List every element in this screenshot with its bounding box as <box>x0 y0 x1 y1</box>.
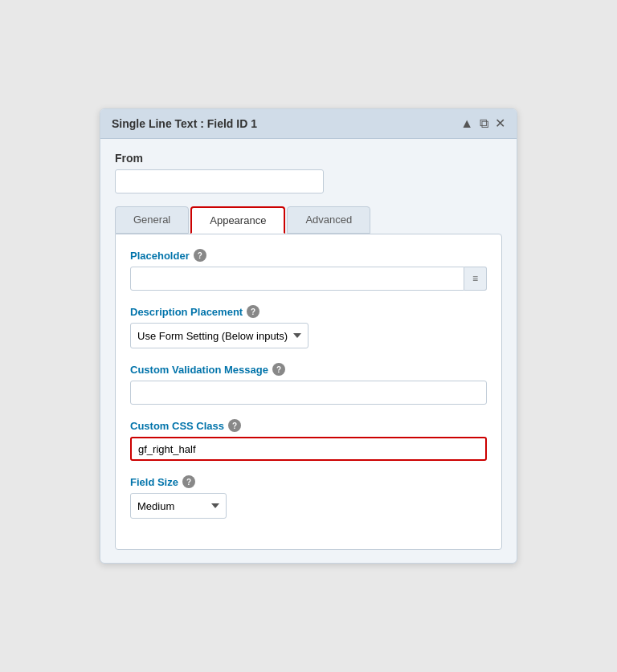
placeholder-help-icon[interactable]: ? <box>194 249 206 262</box>
from-input[interactable] <box>115 169 324 193</box>
tab-appearance[interactable]: Appearance <box>190 206 285 234</box>
custom-css-label: Custom CSS Class ? <box>130 419 487 432</box>
custom-validation-group: Custom Validation Message ? <box>130 363 487 405</box>
close-icon[interactable]: ✕ <box>495 117 505 130</box>
field-size-select[interactable]: Small Medium Large <box>130 493 227 519</box>
description-placement-label: Description Placement ? <box>130 305 487 318</box>
tabs-container: General Appearance Advanced <box>115 206 502 234</box>
description-placement-select[interactable]: Use Form Setting (Below inputs) Above in… <box>130 323 308 348</box>
field-settings-panel: Single Line Text : Field ID 1 ▲ ⧉ ✕ From… <box>100 108 517 564</box>
description-placement-group: Description Placement ? Use Form Setting… <box>130 305 487 348</box>
field-size-label: Field Size ? <box>130 475 487 488</box>
field-size-help-icon[interactable]: ? <box>182 475 195 488</box>
custom-validation-help-icon[interactable]: ? <box>272 363 285 376</box>
panel-header: Single Line Text : Field ID 1 ▲ ⧉ ✕ <box>100 109 517 139</box>
custom-validation-input[interactable] <box>130 381 487 405</box>
panel-body: From General Appearance Advanced Placeho… <box>100 139 517 563</box>
panel-title: Single Line Text : Field ID 1 <box>112 117 257 130</box>
tab-general[interactable]: General <box>115 206 189 234</box>
placeholder-btn[interactable]: ≡ <box>464 267 487 291</box>
header-icons: ▲ ⧉ ✕ <box>460 117 505 130</box>
custom-css-input[interactable] <box>130 437 487 461</box>
custom-css-help-icon[interactable]: ? <box>228 419 241 432</box>
collapse-icon[interactable]: ▲ <box>460 117 473 130</box>
copy-icon[interactable]: ⧉ <box>480 117 488 130</box>
custom-css-group: Custom CSS Class ? <box>130 419 487 461</box>
field-size-group: Field Size ? Small Medium Large <box>130 475 487 519</box>
from-label: From <box>115 152 502 165</box>
custom-validation-label: Custom Validation Message ? <box>130 363 487 376</box>
tab-content-appearance: Placeholder ? ≡ Description Placement ? … <box>115 234 502 550</box>
from-section: From <box>115 152 502 193</box>
tab-advanced[interactable]: Advanced <box>287 206 370 234</box>
placeholder-input[interactable] <box>130 267 464 291</box>
placeholder-group: Placeholder ? ≡ <box>130 249 487 291</box>
description-placement-help-icon[interactable]: ? <box>247 305 259 318</box>
placeholder-label: Placeholder ? <box>130 249 487 262</box>
placeholder-input-wrapper: ≡ <box>130 267 487 291</box>
